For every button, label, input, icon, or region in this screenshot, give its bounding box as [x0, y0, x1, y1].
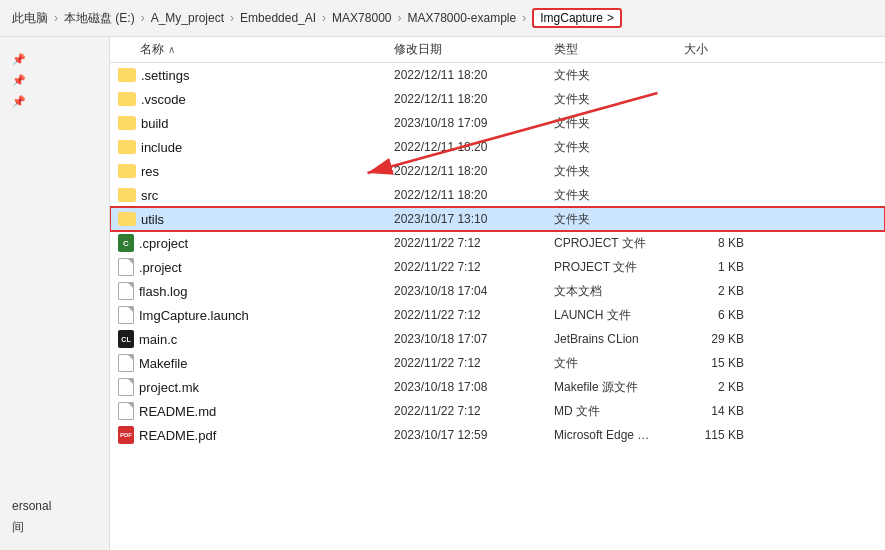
- breadcrumb-sep-5: ›: [522, 11, 526, 25]
- file-name-label: build: [141, 116, 168, 131]
- file-row[interactable]: utils2023/10/17 13:10文件夹: [110, 207, 885, 231]
- breadcrumb-this-pc[interactable]: 此电脑: [12, 10, 48, 27]
- file-type-cell: JetBrains CLion: [550, 332, 680, 346]
- sidebar-pin-2[interactable]: 📌: [0, 70, 109, 91]
- file-date-cell: 2023/10/18 17:08: [390, 380, 550, 394]
- sidebar-pin-1[interactable]: 📌: [0, 49, 109, 70]
- file-date-cell: 2022/12/11 18:20: [390, 140, 550, 154]
- file-type-cell: 文件夹: [550, 139, 680, 156]
- breadcrumb-current[interactable]: ImgCapture >: [532, 8, 622, 28]
- file-name-label: .cproject: [139, 236, 188, 251]
- file-date-cell: 2022/12/11 18:20: [390, 188, 550, 202]
- folder-icon: [118, 92, 136, 106]
- breadcrumb-local-disk[interactable]: 本地磁盘 (E:): [64, 10, 135, 27]
- file-panel: 名称 ∧ 修改日期 类型 大小 .settings2022/12/11 18:2…: [110, 37, 885, 550]
- col-header-date[interactable]: 修改日期: [390, 41, 550, 58]
- file-name-label: src: [141, 188, 158, 203]
- file-row[interactable]: README.md2022/11/22 7:12MD 文件14 KB: [110, 399, 885, 423]
- breadcrumb-max78000[interactable]: MAX78000: [332, 11, 391, 25]
- file-name-cell: .settings: [110, 68, 390, 83]
- file-icon: [118, 378, 134, 396]
- file-row[interactable]: src2022/12/11 18:20文件夹: [110, 183, 885, 207]
- file-size-cell: 29 KB: [680, 332, 760, 346]
- file-date-cell: 2022/11/22 7:12: [390, 236, 550, 250]
- file-name-label: res: [141, 164, 159, 179]
- file-name-label: Makefile: [139, 356, 187, 371]
- file-row[interactable]: flash.log2023/10/18 17:04文本文档2 KB: [110, 279, 885, 303]
- col-header-name[interactable]: 名称 ∧: [110, 41, 390, 58]
- file-name-cell: project.mk: [110, 378, 390, 396]
- breadcrumb-sep-3: ›: [322, 11, 326, 25]
- file-type-cell: 文件夹: [550, 67, 680, 84]
- sidebar-jian[interactable]: 间: [0, 516, 109, 539]
- file-name-label: main.c: [139, 332, 177, 347]
- pdf-icon: PDF: [118, 426, 134, 444]
- folder-icon: [118, 68, 136, 82]
- file-date-cell: 2023/10/18 17:09: [390, 116, 550, 130]
- file-type-cell: 文本文档: [550, 283, 680, 300]
- sidebar: 📌 📌 📌 ersonal 间: [0, 37, 110, 550]
- file-type-cell: Microsoft Edge …: [550, 428, 680, 442]
- file-row[interactable]: Makefile2022/11/22 7:12文件15 KB: [110, 351, 885, 375]
- cproject-icon: C: [118, 234, 134, 252]
- file-type-cell: 文件夹: [550, 187, 680, 204]
- file-row[interactable]: .project2022/11/22 7:12PROJECT 文件1 KB: [110, 255, 885, 279]
- file-icon: [118, 306, 134, 324]
- pin-icon-2: 📌: [12, 74, 26, 87]
- file-row[interactable]: .settings2022/12/11 18:20文件夹: [110, 63, 885, 87]
- file-row[interactable]: C.cproject2022/11/22 7:12CPROJECT 文件8 KB: [110, 231, 885, 255]
- file-type-cell: 文件夹: [550, 211, 680, 228]
- col-header-size[interactable]: 大小: [680, 41, 760, 58]
- file-name-label: .settings: [141, 68, 189, 83]
- folder-icon: [118, 188, 136, 202]
- folder-icon: [118, 164, 136, 178]
- file-row[interactable]: CLmain.c2023/10/18 17:07JetBrains CLion2…: [110, 327, 885, 351]
- file-row[interactable]: include2022/12/11 18:20文件夹: [110, 135, 885, 159]
- file-name-cell: Makefile: [110, 354, 390, 372]
- breadcrumb-embedded-ai[interactable]: Embedded_AI: [240, 11, 316, 25]
- breadcrumb-my-project[interactable]: A_My_project: [151, 11, 224, 25]
- breadcrumb-sep-4: ›: [397, 11, 401, 25]
- file-type-cell: 文件夹: [550, 163, 680, 180]
- file-type-cell: PROJECT 文件: [550, 259, 680, 276]
- file-name-label: .vscode: [141, 92, 186, 107]
- folder-icon: [118, 212, 136, 226]
- file-name-cell: ImgCapture.launch: [110, 306, 390, 324]
- file-type-cell: Makefile 源文件: [550, 379, 680, 396]
- file-size-cell: 15 KB: [680, 356, 760, 370]
- file-icon: [118, 354, 134, 372]
- file-name-label: ImgCapture.launch: [139, 308, 249, 323]
- file-size-cell: 6 KB: [680, 308, 760, 322]
- file-row[interactable]: ImgCapture.launch2022/11/22 7:12LAUNCH 文…: [110, 303, 885, 327]
- file-name-label: README.md: [139, 404, 216, 419]
- sidebar-personal[interactable]: ersonal: [0, 496, 109, 516]
- sort-arrow-icon: ∧: [168, 44, 175, 55]
- file-date-cell: 2022/11/22 7:12: [390, 356, 550, 370]
- file-name-cell: CLmain.c: [110, 330, 390, 348]
- file-row[interactable]: PDFREADME.pdf2023/10/17 12:59Microsoft E…: [110, 423, 885, 447]
- file-icon: [118, 282, 134, 300]
- file-icon: [118, 258, 134, 276]
- breadcrumb-bar: 此电脑 › 本地磁盘 (E:) › A_My_project › Embedde…: [0, 0, 885, 37]
- file-size-cell: 8 KB: [680, 236, 760, 250]
- file-size-cell: 14 KB: [680, 404, 760, 418]
- file-name-cell: .vscode: [110, 92, 390, 107]
- file-row[interactable]: res2022/12/11 18:20文件夹: [110, 159, 885, 183]
- file-type-cell: LAUNCH 文件: [550, 307, 680, 324]
- file-name-label: project.mk: [139, 380, 199, 395]
- file-date-cell: 2022/11/22 7:12: [390, 308, 550, 322]
- col-header-type[interactable]: 类型: [550, 41, 680, 58]
- sidebar-pin-3[interactable]: 📌: [0, 91, 109, 112]
- breadcrumb-example[interactable]: MAX78000-example: [407, 11, 516, 25]
- file-name-cell: res: [110, 164, 390, 179]
- file-row[interactable]: .vscode2022/12/11 18:20文件夹: [110, 87, 885, 111]
- clion-icon: CL: [118, 330, 134, 348]
- file-icon: [118, 402, 134, 420]
- pin-icon-3: 📌: [12, 95, 26, 108]
- file-row[interactable]: build2023/10/18 17:09文件夹: [110, 111, 885, 135]
- file-date-cell: 2023/10/18 17:04: [390, 284, 550, 298]
- file-row[interactable]: project.mk2023/10/18 17:08Makefile 源文件2 …: [110, 375, 885, 399]
- file-name-label: utils: [141, 212, 164, 227]
- file-size-cell: 2 KB: [680, 284, 760, 298]
- column-headers: 名称 ∧ 修改日期 类型 大小: [110, 37, 885, 63]
